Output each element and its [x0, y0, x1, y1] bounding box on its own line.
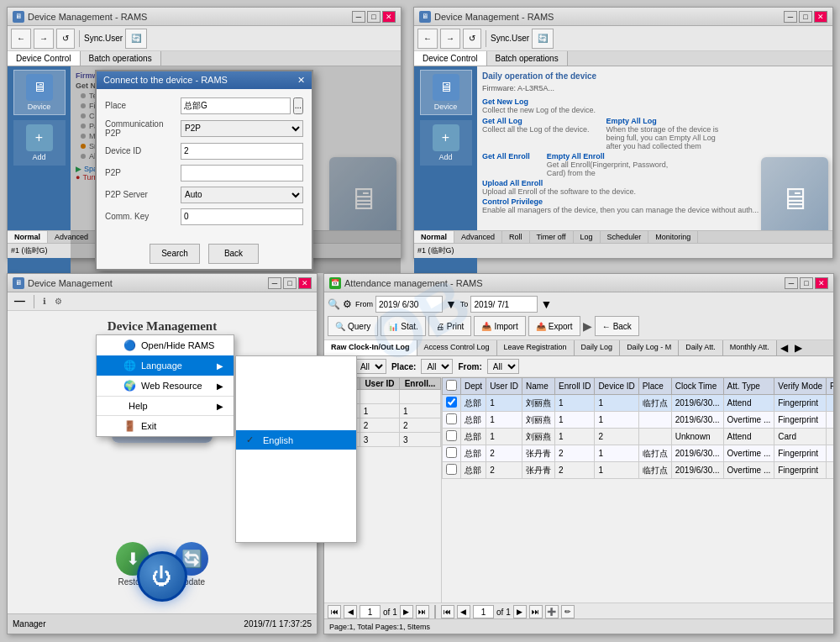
row1-checkbox[interactable]: [446, 397, 457, 408]
control-privilege-link[interactable]: Control Privilege: [482, 197, 543, 206]
tab-normal-tl[interactable]: Normal: [8, 231, 48, 243]
tab-device-control[interactable]: Device Control: [8, 51, 81, 66]
tab-scroll-left[interactable]: ◀: [777, 340, 791, 355]
minimize-icon[interactable]: ─: [14, 292, 25, 310]
tab-roll-tr[interactable]: Roll: [502, 231, 530, 243]
power-button[interactable]: ⏻: [137, 551, 187, 602]
empty-all-enroll-link[interactable]: Empty All Enroll: [547, 152, 605, 160]
lang-thai[interactable]: Thai: [236, 505, 356, 524]
comm-select[interactable]: P2P: [181, 120, 303, 137]
tab-daily-att[interactable]: Daily Att.: [679, 340, 723, 355]
tab-scroll-right[interactable]: ▶: [791, 340, 806, 355]
att-row-3[interactable]: 总部 1 刘丽燕 1 2 Unknown Attend Card: [443, 429, 834, 445]
current-page-input[interactable]: [360, 605, 381, 618]
filter-type-select[interactable]: All: [354, 359, 386, 374]
row3-checkbox[interactable]: [446, 430, 457, 441]
maximize-btn-topright[interactable]: □: [799, 11, 812, 23]
row5-checkbox[interactable]: [446, 464, 457, 475]
toolbar-sync-btn-tr[interactable]: 🔄: [532, 29, 554, 49]
from-date-input[interactable]: [375, 296, 443, 313]
row1-check[interactable]: [443, 395, 461, 412]
modal-close-icon[interactable]: ✕: [297, 75, 305, 86]
edit-record-btn[interactable]: ✏: [561, 605, 575, 618]
close-btn-topright[interactable]: ✕: [814, 11, 827, 23]
lang-turkish[interactable]: Turkish: [236, 524, 356, 542]
toolbar-back-btn[interactable]: ←: [11, 29, 31, 49]
row2-checkbox[interactable]: [446, 413, 457, 424]
minimize-btn-bl[interactable]: ─: [268, 277, 281, 289]
att-row-4[interactable]: 总部 2 张丹青 2 1 临打点 2019/6/30... Overtime .…: [443, 445, 834, 462]
add-record-btn[interactable]: ➕: [545, 605, 559, 618]
tab-raw-clockin[interactable]: Raw Clock-In/Out Log: [324, 340, 417, 355]
row4-checkbox[interactable]: [446, 447, 457, 458]
tab-monthly-att[interactable]: Monthly Att.: [723, 340, 777, 355]
tab-leave-reg[interactable]: Leave Registration: [497, 340, 575, 355]
deviceid-input[interactable]: [181, 143, 303, 160]
get-all-log-link[interactable]: Get All Log: [482, 117, 522, 125]
upload-all-enroll-link[interactable]: Upload All Enroll: [482, 179, 543, 187]
tab-advanced-tr[interactable]: Advanced: [454, 231, 502, 243]
toolbar-refresh-btn[interactable]: ↺: [56, 29, 75, 49]
row5-check[interactable]: [443, 462, 461, 479]
print-button[interactable]: 🖨 Print: [428, 316, 472, 336]
menu-web-resource[interactable]: 🌍 Web Resource ▶: [97, 376, 234, 396]
last-page-btn-r[interactable]: ⏭: [529, 605, 543, 618]
toolbar-sync-btn[interactable]: 🔄: [125, 29, 147, 49]
stat-button[interactable]: 📊 Stat.: [381, 316, 426, 336]
prev-page-btn-r[interactable]: ◀: [457, 605, 470, 618]
tab-monitoring-tr[interactable]: Monitoring: [648, 231, 698, 243]
lang-auto[interactable]: Auto: [236, 356, 356, 375]
tab-access-control[interactable]: Access Control Log: [417, 340, 497, 355]
back-button[interactable]: ← Back: [595, 316, 639, 336]
last-page-btn[interactable]: ⏭: [416, 605, 429, 618]
tab-batch-ops-tr[interactable]: Batch operations: [487, 51, 568, 66]
minimize-btn-topright[interactable]: ─: [784, 11, 797, 23]
current-page-input-r[interactable]: [473, 605, 494, 618]
filter-from-select[interactable]: All: [487, 359, 519, 374]
tab-timeroff-tr[interactable]: Timer off: [530, 231, 574, 243]
maximize-btn-topleft[interactable]: □: [367, 11, 381, 23]
toolbar-forward-btn[interactable]: →: [34, 29, 54, 49]
row4-check[interactable]: [443, 445, 461, 462]
import-button[interactable]: 📥 Import: [474, 316, 525, 336]
menu-language[interactable]: 🌐 Language ▶ Auto Arabic Chinese: [97, 355, 234, 376]
menu-help[interactable]: Help ▶: [97, 396, 234, 415]
lang-espanol[interactable]: Español: [236, 450, 356, 468]
empty-all-log-link[interactable]: Empty All Log: [606, 117, 657, 125]
close-btn-bl[interactable]: ✕: [298, 277, 312, 289]
tab-device-control-tr[interactable]: Device Control: [414, 51, 487, 66]
close-btn-topleft[interactable]: ✕: [382, 11, 396, 23]
tab-daily-log[interactable]: Daily Log: [575, 340, 621, 355]
to-date-input[interactable]: [470, 296, 538, 313]
menu-exit[interactable]: 🚪 Exit: [97, 415, 234, 436]
close-btn-br[interactable]: ✕: [815, 277, 828, 289]
lang-french[interactable]: French: [236, 468, 356, 487]
tab-normal-tr[interactable]: Normal: [414, 231, 454, 243]
att-row-2[interactable]: 总部 1 刘丽燕 1 1 2019/6/30... Overtime ... F…: [443, 412, 834, 429]
toolbar-refresh-btn-tr[interactable]: ↺: [463, 29, 481, 49]
p2p-input[interactable]: [181, 165, 303, 182]
maximize-btn-br[interactable]: □: [800, 277, 813, 289]
row3-check[interactable]: [443, 429, 461, 445]
commkey-input[interactable]: [181, 208, 303, 225]
place-browse-btn[interactable]: ...: [293, 97, 303, 114]
nav-add-btn-tr[interactable]: + Add: [420, 120, 472, 166]
menu-open-hide[interactable]: 🔵 Open/Hide RAMS: [97, 335, 234, 355]
first-page-btn-r[interactable]: ⏮: [441, 605, 454, 618]
lang-chinese-simplified[interactable]: Chinese(Simplified): [236, 393, 356, 412]
get-new-log-link[interactable]: Get New Log: [482, 97, 528, 106]
tab-scheduler-tr[interactable]: Scheduler: [601, 231, 649, 243]
from-date-picker[interactable]: ▼: [445, 297, 457, 311]
lang-english[interactable]: ✓ English: [236, 430, 356, 450]
place-input[interactable]: [181, 97, 291, 114]
nav-add-btn[interactable]: + Add: [13, 120, 66, 166]
select-all-checkbox[interactable]: [446, 380, 457, 391]
tab-log-tr[interactable]: Log: [574, 231, 601, 243]
tab-daily-log-m[interactable]: Daily Log - M: [620, 340, 679, 355]
first-page-btn[interactable]: ⏮: [328, 605, 341, 618]
lang-portuguese[interactable]: Portuguese: [236, 487, 356, 505]
bar-settings[interactable]: ⚙: [55, 297, 62, 306]
minimize-btn-br[interactable]: ─: [785, 277, 798, 289]
row2-check[interactable]: [443, 412, 461, 429]
lang-chinese-traditional[interactable]: Chinese(Traditional): [236, 412, 356, 430]
